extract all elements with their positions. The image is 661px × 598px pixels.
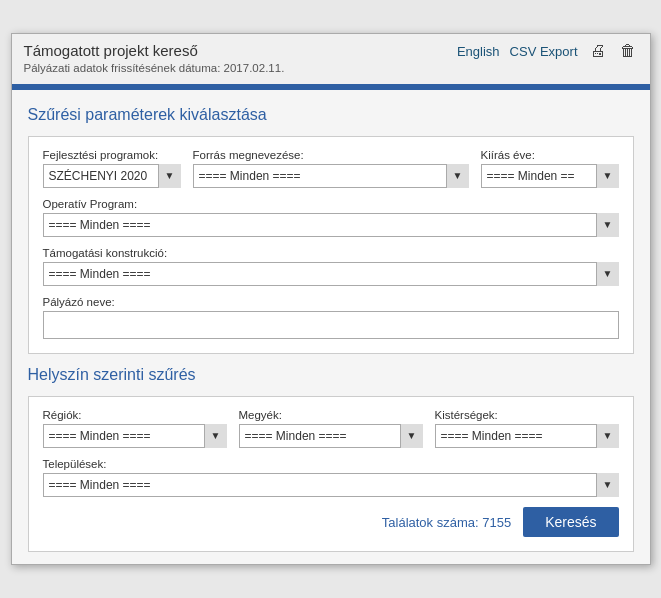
print-button[interactable]: 🖨	[588, 42, 608, 60]
tamogatasi-wrapper: ==== Minden ====	[43, 262, 619, 286]
fejlesztesi-select[interactable]: SZÉCHENYI 2020	[43, 164, 181, 188]
window-title: Támogatott projekt kereső	[24, 42, 198, 59]
fejlesztesi-wrapper: SZÉCHENYI 2020	[43, 164, 181, 188]
location-section-title: Helyszín szerinti szűrés	[28, 366, 634, 384]
row-fejlesztesi: Fejlesztési programok: SZÉCHENYI 2020 Fo…	[43, 149, 619, 188]
kisterset-select[interactable]: ==== Minden ====	[435, 424, 619, 448]
search-button[interactable]: Keresés	[523, 507, 618, 537]
filter-form: Fejlesztési programok: SZÉCHENYI 2020 Fo…	[28, 136, 634, 354]
group-forras: Forrás megnevezése: ==== Minden ====	[193, 149, 469, 188]
kisterset-label: Kistérségek:	[435, 409, 619, 421]
csv-export-link[interactable]: CSV Export	[510, 44, 578, 59]
regiok-label: Régiók:	[43, 409, 227, 421]
regiok-select[interactable]: ==== Minden ====	[43, 424, 227, 448]
fejlesztesi-label: Fejlesztési programok:	[43, 149, 181, 161]
forras-select[interactable]: ==== Minden ====	[193, 164, 469, 188]
telepules-wrapper: ==== Minden ====	[43, 473, 619, 497]
row-operativ: Operatív Program: ==== Minden ====	[43, 198, 619, 237]
group-kisterseget: Kistérségek: ==== Minden ====	[435, 409, 619, 448]
palyazo-label: Pályázó neve:	[43, 296, 619, 308]
main-window: Támogatott projekt kereső English CSV Ex…	[11, 33, 651, 565]
title-actions: English CSV Export 🖨 🗑	[457, 42, 638, 60]
row-regions: Régiók: ==== Minden ==== Megyék: ==== Mi…	[43, 409, 619, 448]
operativ-wrapper: ==== Minden ====	[43, 213, 619, 237]
location-form: Régiók: ==== Minden ==== Megyék: ==== Mi…	[28, 396, 634, 552]
kisterset-wrapper: ==== Minden ====	[435, 424, 619, 448]
group-megyek: Megyék: ==== Minden ====	[239, 409, 423, 448]
row-tamogatasi: Támogatási konstrukció: ==== Minden ====	[43, 247, 619, 286]
group-kiiras: Kiírás éve: ==== Minden ==	[481, 149, 619, 188]
operativ-label: Operatív Program:	[43, 198, 619, 210]
results-row: Találatok száma: 7155 Keresés	[43, 507, 619, 537]
content-area: Szűrési paraméterek kiválasztása Fejlesz…	[12, 90, 650, 564]
filter-section-title: Szűrési paraméterek kiválasztása	[28, 106, 634, 124]
group-regiok: Régiók: ==== Minden ====	[43, 409, 227, 448]
regiok-wrapper: ==== Minden ====	[43, 424, 227, 448]
megyek-label: Megyék:	[239, 409, 423, 421]
tamogatasi-select[interactable]: ==== Minden ====	[43, 262, 619, 286]
subtitle: Pályázati adatok frissítésének dátuma: 2…	[24, 62, 638, 74]
megyek-select[interactable]: ==== Minden ====	[239, 424, 423, 448]
kiiras-select[interactable]: ==== Minden ==	[481, 164, 619, 188]
title-bar: Támogatott projekt kereső English CSV Ex…	[12, 34, 650, 78]
group-fejlesztesi: Fejlesztési programok: SZÉCHENYI 2020	[43, 149, 181, 188]
telepules-select[interactable]: ==== Minden ====	[43, 473, 619, 497]
megyek-wrapper: ==== Minden ====	[239, 424, 423, 448]
palyazo-input[interactable]	[43, 311, 619, 339]
tamogatasi-label: Támogatási konstrukció:	[43, 247, 619, 259]
forras-wrapper: ==== Minden ====	[193, 164, 469, 188]
operativ-select[interactable]: ==== Minden ====	[43, 213, 619, 237]
forras-label: Forrás megnevezése:	[193, 149, 469, 161]
row-telepules: Települések: ==== Minden ====	[43, 458, 619, 497]
delete-button[interactable]: 🗑	[618, 42, 638, 60]
kiiras-wrapper: ==== Minden ==	[481, 164, 619, 188]
english-link[interactable]: English	[457, 44, 500, 59]
row-palyazo: Pályázó neve:	[43, 296, 619, 339]
kiiras-label: Kiírás éve:	[481, 149, 619, 161]
telepules-label: Települések:	[43, 458, 619, 470]
results-count: Találatok száma: 7155	[382, 515, 511, 530]
